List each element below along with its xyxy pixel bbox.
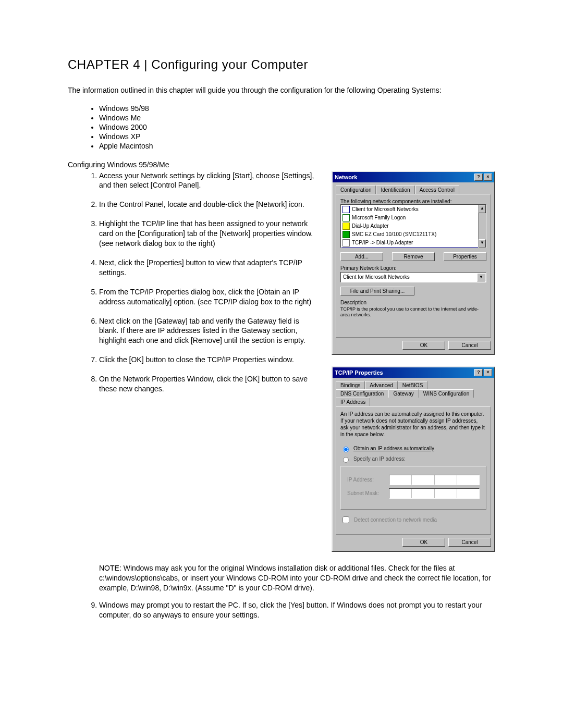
os-item: Windows 95/98: [99, 104, 495, 113]
document-page: CHAPTER 4 | Configuring your Computer Th…: [0, 0, 563, 728]
radio-label: Obtain an IP address automatically: [353, 446, 434, 451]
ip-group: IP Address: Subnet Mask:: [340, 466, 486, 510]
step-item: In the Control Panel, locate and double-…: [99, 200, 319, 209]
primary-logon-dropdown[interactable]: Client for Microsoft Networks ▼: [340, 272, 486, 282]
detect-media-checkbox[interactable]: Detect connection to network media: [340, 515, 486, 525]
tab-configuration[interactable]: Configuration: [336, 186, 376, 194]
client-icon: [342, 206, 350, 213]
client-icon: [342, 214, 350, 221]
titlebar: Network ? ×: [333, 172, 494, 182]
os-item: Windows XP: [99, 132, 495, 141]
tab-gateway[interactable]: Gateway: [388, 389, 418, 398]
step-item: From the TCP/IP Properties dialog box, c…: [99, 287, 319, 307]
window-title: Network: [335, 174, 357, 180]
step-item: Access your Network settings by clicking…: [99, 171, 319, 191]
tab-advanced[interactable]: Advanced: [365, 381, 397, 389]
close-button[interactable]: ×: [484, 174, 492, 181]
step-item: Highlight the TCP/IP line that has been …: [99, 219, 319, 249]
intro-text: The information outlined in this chapter…: [68, 85, 495, 96]
list-item-label: TCP/IP -> Dial-Up Adapter: [352, 240, 413, 245]
chapter-title: CHAPTER 4 | Configuring your Computer: [68, 57, 495, 72]
properties-button[interactable]: Properties: [444, 252, 486, 261]
steps-list-continued: Windows may prompt you to restart the PC…: [68, 600, 495, 620]
list-item-label: Dial-Up Adapter: [352, 223, 389, 229]
scroll-up-button[interactable]: ▲: [479, 205, 486, 213]
protocol-icon: [342, 248, 350, 248]
checkbox-label: Detect connection to network media: [354, 517, 437, 523]
tab-identification[interactable]: Identification: [376, 186, 414, 194]
tab-bindings[interactable]: Bindings: [336, 381, 365, 389]
step-item: Next, click the [Properties] button to v…: [99, 258, 319, 278]
cancel-button[interactable]: Cancel: [448, 341, 491, 350]
cancel-button[interactable]: Cancel: [448, 538, 491, 547]
list-item-label: Microsoft Family Logon: [352, 215, 406, 220]
description-text: TCP/IP is the protocol you use to connec…: [340, 306, 486, 318]
section-heading: Configuring Windows 95/98/Me: [68, 161, 495, 169]
scrollbar[interactable]: ▲ ▼: [478, 205, 486, 248]
subnet-mask-field[interactable]: [389, 488, 480, 499]
dropdown-value: Client for Microsoft Networks: [343, 274, 410, 280]
components-listbox[interactable]: Client for Microsoft Networks Microsoft …: [340, 204, 486, 248]
radio-input[interactable]: [343, 457, 349, 463]
tab-dns[interactable]: DNS Configuration: [336, 389, 388, 398]
tab-ipaddress[interactable]: IP Address: [336, 398, 370, 406]
subnet-mask-label: Subnet Mask:: [347, 490, 384, 496]
radio-label: Specify an IP address:: [353, 456, 406, 462]
ip-address-label: IP Address:: [347, 477, 384, 483]
installed-label: The following network components are ins…: [340, 199, 486, 204]
os-list: Windows 95/98 Windows Me Windows 2000 Wi…: [68, 104, 495, 150]
tab-access-control[interactable]: Access Control: [415, 186, 459, 194]
window-title: TCP/IP Properties: [335, 369, 383, 376]
chevron-down-icon: ▼: [477, 273, 485, 281]
ip-blurb: An IP address can be automatically assig…: [340, 411, 486, 438]
radio-specify[interactable]: Specify an IP address:: [340, 455, 486, 463]
step-item: Windows may prompt you to restart the PC…: [99, 600, 495, 620]
checkbox-input[interactable]: [342, 516, 349, 523]
list-item-label: Client for Microsoft Networks: [352, 206, 419, 212]
step-item: On the Network Properties Window, click …: [99, 374, 319, 394]
titlebar: TCP/IP Properties ? ×: [333, 367, 494, 378]
scroll-down-button[interactable]: ▼: [479, 239, 486, 248]
tab-wins[interactable]: WINS Configuration: [419, 389, 474, 398]
ok-button[interactable]: OK: [402, 538, 445, 547]
note-text: NOTE: Windows may ask you for the origin…: [68, 563, 495, 593]
tcpip-properties-dialog: TCP/IP Properties ? × Bindings Advanced …: [332, 366, 495, 552]
adapter-icon: [342, 231, 350, 238]
adapter-icon: [342, 223, 350, 230]
step-item: Click the [OK] button to close the TCP/I…: [99, 355, 319, 365]
steps-list: Access your Network settings by clicking…: [68, 171, 319, 394]
os-item: Windows 2000: [99, 123, 495, 131]
file-print-sharing-button[interactable]: File and Print Sharing...: [340, 287, 414, 295]
primary-logon-label: Primary Network Logon:: [340, 265, 486, 271]
help-button[interactable]: ?: [474, 174, 483, 181]
close-button[interactable]: ×: [484, 369, 492, 376]
network-dialog: Network ? × Configuration Identification…: [332, 171, 495, 355]
os-item: Apple Macintosh: [99, 142, 495, 150]
os-item: Windows Me: [99, 114, 495, 122]
ip-address-field[interactable]: [389, 475, 480, 485]
remove-button[interactable]: Remove: [392, 252, 435, 261]
help-button[interactable]: ?: [474, 369, 483, 376]
tab-netbios[interactable]: NetBIOS: [398, 381, 427, 389]
screenshots-column: Network ? × Configuration Identification…: [332, 171, 495, 563]
description-label: Description: [340, 300, 486, 305]
add-button[interactable]: Add...: [340, 252, 383, 261]
ok-button[interactable]: OK: [402, 341, 445, 350]
radio-input[interactable]: [343, 447, 349, 452]
protocol-icon: [342, 239, 350, 246]
radio-obtain-auto[interactable]: Obtain an IP address automatically: [340, 445, 486, 452]
list-item-label: SMC EZ Card 10/100 (SMC1211TX): [352, 231, 436, 237]
step-item: Next click on the [Gateway] tab and veri…: [99, 316, 319, 346]
